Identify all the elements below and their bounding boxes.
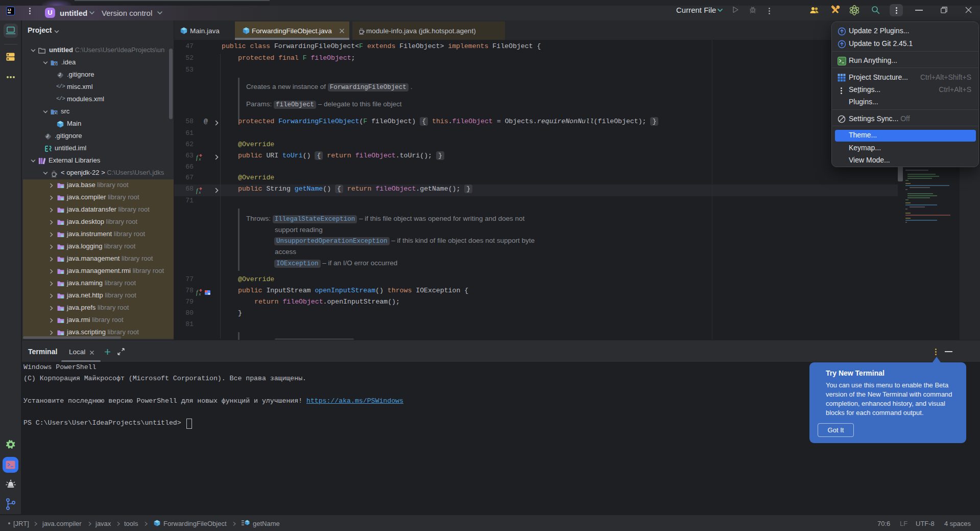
svg-text:x: x xyxy=(199,190,201,194)
svg-text:x: x xyxy=(199,157,201,161)
svg-text:x: x xyxy=(199,292,201,296)
svg-text:f: f xyxy=(196,187,199,194)
svg-text:f: f xyxy=(196,154,199,161)
svg-text:f: f xyxy=(196,289,199,296)
